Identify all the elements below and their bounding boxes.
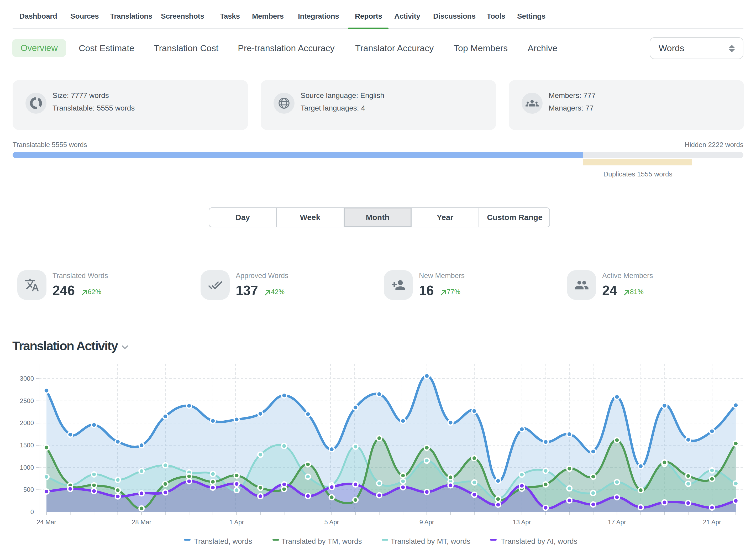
svg-text:1000: 1000 — [20, 464, 34, 471]
svg-text:1500: 1500 — [20, 442, 34, 449]
svg-text:2500: 2500 — [20, 397, 34, 404]
svg-text:13 Apr: 13 Apr — [513, 519, 531, 526]
svg-text:9 Apr: 9 Apr — [419, 519, 434, 526]
svg-text:Translated by AI, words: Translated by AI, words — [501, 537, 577, 545]
svg-text:1 Apr: 1 Apr — [229, 519, 244, 526]
svg-text:24 Mar: 24 Mar — [37, 519, 56, 526]
svg-text:28 Mar: 28 Mar — [132, 519, 151, 526]
svg-text:500: 500 — [23, 486, 34, 493]
svg-text:0: 0 — [30, 508, 34, 515]
svg-text:5 Apr: 5 Apr — [324, 519, 339, 526]
svg-text:2000: 2000 — [20, 419, 34, 426]
svg-text:Translated by TM, words: Translated by TM, words — [281, 537, 362, 545]
svg-text:Translated, words: Translated, words — [194, 537, 252, 545]
svg-text:17 Apr: 17 Apr — [608, 519, 626, 526]
svg-text:21 Apr: 21 Apr — [703, 519, 721, 526]
svg-text:3000: 3000 — [20, 375, 34, 382]
svg-text:Translated by MT, words: Translated by MT, words — [391, 537, 470, 545]
